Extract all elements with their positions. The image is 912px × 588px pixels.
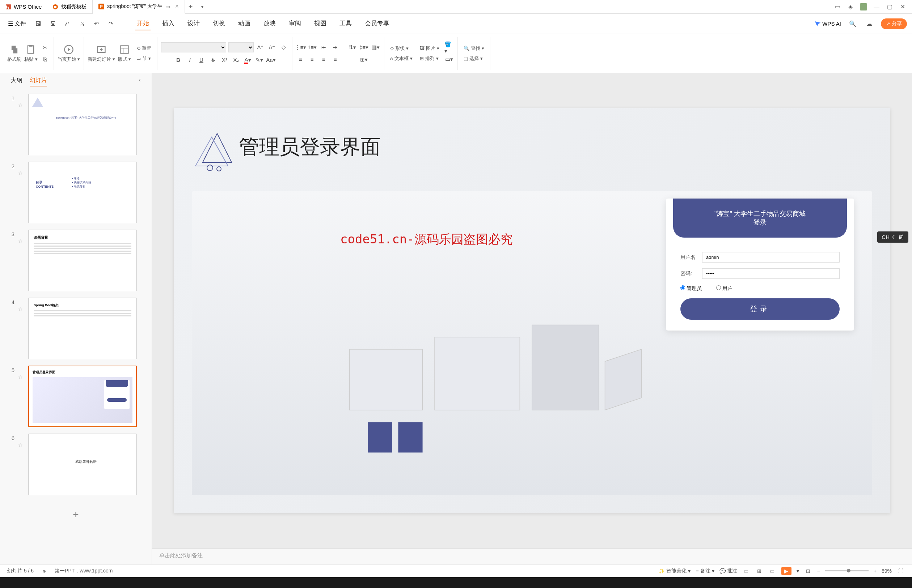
- minimize-button[interactable]: —: [871, 2, 882, 12]
- layout-button[interactable]: 版式 ▾: [118, 44, 131, 63]
- collapse-panel-icon[interactable]: ‹: [139, 77, 141, 86]
- share-button[interactable]: ↗ 分享: [881, 18, 907, 29]
- from-current-button[interactable]: 当页开始 ▾: [58, 44, 80, 63]
- tab-menu[interactable]: ▾: [196, 4, 208, 10]
- underline-icon[interactable]: U: [197, 55, 206, 65]
- increase-indent-icon[interactable]: ⇥: [331, 43, 340, 52]
- subscript-icon[interactable]: X₂: [232, 55, 241, 65]
- tab-home[interactable]: 开始: [135, 17, 151, 31]
- slideshow-dropdown[interactable]: ▾: [797, 568, 799, 574]
- radio-admin[interactable]: 管理员: [680, 285, 702, 292]
- thumbnail-5[interactable]: 5 ☆ 管理员登录界面: [7, 366, 144, 427]
- slideshow-button[interactable]: ▶: [781, 567, 792, 575]
- textbox-button[interactable]: A文本框 ▾: [388, 55, 415, 63]
- find-button[interactable]: 🔍查找 ▾: [462, 44, 486, 52]
- cut-icon[interactable]: ✂: [40, 43, 50, 52]
- maximize-button[interactable]: ▢: [884, 2, 895, 12]
- normal-view-icon[interactable]: ▭: [742, 567, 750, 575]
- tab-add[interactable]: +: [185, 3, 196, 11]
- window-layout-icon[interactable]: ▭: [832, 2, 843, 12]
- cloud-icon[interactable]: ☁: [864, 19, 874, 29]
- tab-slideshow[interactable]: 放映: [262, 17, 277, 31]
- clear-format-icon[interactable]: ◇: [279, 43, 288, 52]
- tab-document[interactable]: P springboot "涛宝" 大学生 ▭ ×: [92, 0, 185, 14]
- slide-canvas[interactable]: 管理员登录界面 code51.cn-源码乐园盗图必究 "涛宝": [174, 108, 890, 513]
- strikethrough-icon[interactable]: S̶: [209, 55, 218, 65]
- align-right-icon[interactable]: ≡: [319, 55, 329, 65]
- smart-beautify-button[interactable]: ✨智能美化 ▾: [659, 568, 690, 574]
- reading-view-icon[interactable]: ▭: [768, 567, 776, 575]
- section-button[interactable]: ▭节 ▾: [134, 55, 154, 63]
- zoom-value[interactable]: 89%: [881, 568, 892, 574]
- tab-review[interactable]: 审阅: [287, 17, 303, 31]
- paste-button[interactable]: 粘贴 ▾: [24, 44, 38, 63]
- password-input[interactable]: [702, 268, 840, 279]
- shape-button[interactable]: ◇形状 ▾: [388, 44, 415, 52]
- thumbnail-2[interactable]: 2 ☆ 目录CONTENTS • 绪论 • 关键技术介绍 • 系统分析: [7, 162, 144, 223]
- print-preview-icon[interactable]: 🖨: [77, 19, 87, 29]
- select-button[interactable]: ⬚选择 ▾: [462, 55, 486, 63]
- redo-icon[interactable]: ↷: [106, 19, 116, 29]
- tab-transition[interactable]: 切换: [211, 17, 227, 31]
- sorter-view-icon[interactable]: ⊞: [755, 567, 763, 575]
- format-painter-button[interactable]: 格式刷: [7, 44, 21, 63]
- text-direction-icon[interactable]: ⇅▾: [348, 43, 357, 52]
- comments-toggle[interactable]: 💬批注: [719, 568, 737, 574]
- close-button[interactable]: ✕: [897, 2, 909, 12]
- bullets-icon[interactable]: ⋮≡▾: [296, 43, 305, 52]
- search-icon[interactable]: 🔍: [847, 19, 858, 29]
- print-icon[interactable]: 🖨: [62, 19, 72, 29]
- align-left-icon[interactable]: ≡: [296, 55, 305, 65]
- tab-member[interactable]: 会员专享: [363, 17, 391, 31]
- save-icon[interactable]: 🖫: [33, 19, 44, 29]
- picture-button[interactable]: 🖼图片 ▾: [418, 44, 442, 52]
- copy-icon[interactable]: ⎘: [40, 55, 50, 64]
- thumbnail-3[interactable]: 3 ☆ 课题背景: [7, 229, 144, 291]
- grid-icon[interactable]: ⊡: [804, 567, 812, 575]
- undo-icon[interactable]: ↶: [91, 19, 101, 29]
- zoom-in-icon[interactable]: +: [874, 568, 876, 574]
- font-color-icon[interactable]: A▾: [243, 55, 253, 65]
- radio-user[interactable]: 用户: [716, 285, 732, 292]
- add-slide-button[interactable]: +: [7, 502, 144, 528]
- save-as-icon[interactable]: 🖫: [48, 19, 58, 29]
- outline-tab[interactable]: 大纲: [11, 77, 23, 86]
- arrange-button[interactable]: ⊞排列 ▾: [418, 55, 442, 63]
- line-spacing-icon[interactable]: ‡≡▾: [360, 43, 369, 52]
- decrease-font-icon[interactable]: A⁻: [267, 43, 277, 52]
- tab-design[interactable]: 设计: [186, 17, 201, 31]
- change-case-icon[interactable]: Aa▾: [266, 55, 276, 65]
- thumbnail-1[interactable]: 1 ☆ springboot "涛宝" 大学生二手物品交易商城PPT: [7, 94, 144, 155]
- notes-input[interactable]: 单击此处添加备注: [152, 548, 912, 564]
- columns-icon[interactable]: ▥▾: [371, 43, 381, 52]
- zoom-out-icon[interactable]: −: [817, 568, 820, 574]
- tab-template[interactable]: 找稻壳模板: [47, 0, 92, 14]
- shape-outline-icon[interactable]: ▭▾: [444, 55, 454, 64]
- fit-icon[interactable]: ⛶: [897, 567, 905, 575]
- zoom-slider[interactable]: [825, 570, 868, 571]
- tab-view[interactable]: 视图: [313, 17, 328, 31]
- numbering-icon[interactable]: 1≡▾: [308, 43, 317, 52]
- new-slide-button[interactable]: 新建幻灯片 ▾: [87, 44, 115, 63]
- justify-icon[interactable]: ≡: [331, 55, 340, 65]
- bold-icon[interactable]: B: [174, 55, 183, 65]
- username-input[interactable]: [702, 252, 840, 263]
- file-menu[interactable]: ☰ 文件: [5, 18, 29, 29]
- font-select[interactable]: [161, 42, 226, 52]
- highlight-icon[interactable]: ✎▾: [255, 55, 264, 65]
- thumbnail-6[interactable]: 6 ☆ 感谢老师聆听: [7, 434, 144, 495]
- notes-toggle[interactable]: ≡备注 ▾: [696, 568, 714, 574]
- reset-button[interactable]: ⟲重置: [134, 44, 154, 52]
- login-button[interactable]: 登录: [680, 298, 840, 320]
- align-objects-icon[interactable]: ⊞▾: [360, 55, 369, 65]
- italic-icon[interactable]: I: [185, 55, 195, 65]
- cube-icon[interactable]: ◈: [845, 2, 856, 12]
- tab-animation[interactable]: 动画: [237, 17, 252, 31]
- font-size-select[interactable]: [228, 42, 254, 52]
- slides-tab[interactable]: 幻灯片: [30, 77, 47, 86]
- superscript-icon[interactable]: X²: [220, 55, 230, 65]
- align-center-icon[interactable]: ≡: [308, 55, 317, 65]
- shape-fill-icon[interactable]: 🪣▾: [444, 43, 454, 52]
- decrease-indent-icon[interactable]: ⇤: [319, 43, 329, 52]
- tab-tools[interactable]: 工具: [338, 17, 353, 31]
